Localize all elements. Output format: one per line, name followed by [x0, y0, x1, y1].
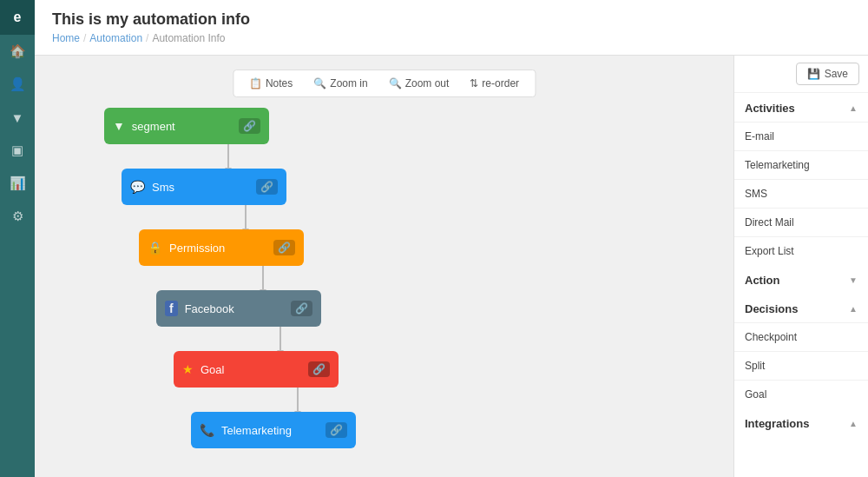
node-wrapper-goal: ★ Goal 🔗 — [174, 351, 339, 412]
facebook-link-icon: 🔗 — [291, 301, 312, 316]
integrations-section: Integrations ▲ — [734, 408, 868, 437]
connector-2 — [245, 205, 247, 229]
sidebar: e 🏠 👤 ▼ ▣ 📊 ⚙ — [0, 0, 35, 477]
node-permission[interactable]: 🔒 Permission 🔗 — [139, 229, 304, 266]
sms-label: Sms — [152, 181, 174, 194]
decisions-label: Decisions — [745, 302, 798, 315]
activity-telemarketing[interactable]: Telemarketing — [734, 150, 868, 179]
facebook-icon: f — [165, 301, 178, 316]
canvas-toolbar: 📋 Notes 🔍 Zoom in 🔍 Zoom out ⇅ re-order — [233, 70, 536, 97]
permission-icon: 🔒 — [148, 241, 162, 255]
zoom-out-label: Zoom out — [405, 77, 450, 89]
connector-5 — [297, 388, 299, 412]
sidebar-icon-layers[interactable]: ▣ — [0, 134, 35, 167]
app-logo: e — [0, 0, 35, 35]
zoom-in-button[interactable]: 🔍 Zoom in — [305, 74, 376, 93]
telemarketing-label: Telemarketing — [221, 424, 292, 437]
decision-goal[interactable]: Goal — [734, 380, 868, 408]
page-header: This is my automation info Home / Automa… — [35, 0, 868, 56]
node-sms[interactable]: 💬 Sms 🔗 — [122, 169, 286, 205]
main-content: This is my automation info Home / Automa… — [35, 0, 868, 477]
segment-link-icon: 🔗 — [239, 118, 260, 134]
activity-direct-mail[interactable]: Direct Mail — [734, 208, 868, 236]
integrations-header[interactable]: Integrations ▲ — [734, 408, 868, 437]
save-button[interactable]: 💾 Save — [796, 63, 859, 85]
node-wrapper-permission: 🔒 Permission 🔗 — [139, 229, 304, 290]
goal-icon: ★ — [182, 362, 194, 376]
decisions-header[interactable]: Decisions ▲ — [734, 294, 868, 322]
activities-header[interactable]: Activities ▲ — [734, 93, 868, 122]
segment-icon: ▼ — [113, 119, 125, 133]
node-wrapper-facebook: f Facebook 🔗 — [156, 290, 321, 351]
activity-sms[interactable]: SMS — [734, 179, 868, 208]
connector-4 — [279, 327, 281, 351]
connector-1 — [227, 144, 229, 169]
integrations-chevron: ▲ — [849, 419, 858, 428]
integrations-label: Integrations — [745, 417, 809, 430]
connector-3 — [262, 266, 264, 290]
node-facebook[interactable]: f Facebook 🔗 — [156, 290, 321, 327]
save-icon: 💾 — [807, 68, 820, 80]
page-title: This is my automation info — [52, 10, 851, 29]
activities-section: Activities ▲ E-mail Telemarketing SMS Di… — [734, 93, 868, 265]
activities-label: Activities — [745, 102, 795, 115]
zoom-out-button[interactable]: 🔍 Zoom out — [380, 74, 458, 93]
activity-email[interactable]: E-mail — [734, 122, 868, 150]
canvas-wrapper: 📋 Notes 🔍 Zoom in 🔍 Zoom out ⇅ re-order — [35, 56, 868, 477]
goal-label: Goal — [201, 363, 224, 376]
right-panel: 💾 Save Activities ▲ E-mail Telemarketing… — [733, 56, 868, 477]
sms-icon: 💬 — [130, 180, 145, 194]
facebook-label: Facebook — [185, 302, 234, 315]
permission-link-icon: 🔗 — [273, 240, 295, 255]
save-label: Save — [825, 68, 848, 80]
zoom-in-label: Zoom in — [330, 77, 367, 89]
flow-container: ▼ segment 🔗 💬 Sms 🔗 — [104, 108, 356, 448]
zoom-in-icon: 🔍 — [313, 77, 326, 89]
sidebar-icon-filter[interactable]: ▼ — [0, 101, 35, 134]
reorder-icon: ⇅ — [470, 77, 478, 89]
activity-export-list[interactable]: Export List — [734, 236, 868, 265]
breadcrumb: Home / Automation / Automation Info — [52, 32, 851, 44]
automation-canvas[interactable]: 📋 Notes 🔍 Zoom in 🔍 Zoom out ⇅ re-order — [35, 56, 733, 477]
node-goal[interactable]: ★ Goal 🔗 — [174, 351, 339, 388]
telemarketing-link-icon: 🔗 — [326, 422, 347, 438]
node-telemarketing[interactable]: 📞 Telemarketing 🔗 — [191, 412, 356, 448]
decision-split[interactable]: Split — [734, 351, 868, 380]
sidebar-icon-chart[interactable]: 📊 — [0, 167, 35, 200]
segment-label: segment — [132, 120, 175, 133]
decisions-section: Decisions ▲ Checkpoint Split Goal — [734, 294, 868, 408]
node-wrapper-segment: ▼ segment 🔗 — [104, 108, 269, 169]
breadcrumb-automation[interactable]: Automation — [89, 32, 142, 44]
breadcrumb-current: Automation Info — [152, 32, 225, 44]
node-wrapper-telemarketing: 📞 Telemarketing 🔗 — [191, 412, 356, 448]
notes-icon: 📋 — [249, 77, 262, 89]
action-header[interactable]: Action ▼ — [734, 265, 868, 294]
reorder-button[interactable]: ⇅ re-order — [461, 74, 528, 93]
reorder-label: re-order — [482, 77, 519, 89]
sms-link-icon: 🔗 — [256, 179, 278, 195]
decision-checkpoint[interactable]: Checkpoint — [734, 322, 868, 351]
activities-chevron: ▲ — [849, 103, 858, 113]
node-wrapper-sms: 💬 Sms 🔗 — [122, 169, 286, 229]
breadcrumb-home[interactable]: Home — [52, 32, 80, 44]
node-segment[interactable]: ▼ segment 🔗 — [104, 108, 269, 144]
telemarketing-icon: 📞 — [200, 423, 214, 437]
notes-label: Notes — [266, 77, 293, 89]
action-section: Action ▼ — [734, 265, 868, 294]
permission-label: Permission — [169, 242, 225, 255]
sidebar-icon-home[interactable]: 🏠 — [0, 35, 35, 68]
decisions-chevron: ▲ — [849, 304, 858, 314]
action-chevron: ▼ — [849, 275, 858, 285]
goal-link-icon: 🔗 — [308, 361, 330, 377]
sidebar-icon-settings[interactable]: ⚙ — [0, 200, 35, 233]
notes-button[interactable]: 📋 Notes — [240, 74, 301, 93]
panel-header: 💾 Save — [734, 56, 868, 93]
sidebar-icon-user[interactable]: 👤 — [0, 68, 35, 101]
zoom-out-icon: 🔍 — [389, 77, 402, 89]
action-label: Action — [745, 274, 779, 287]
